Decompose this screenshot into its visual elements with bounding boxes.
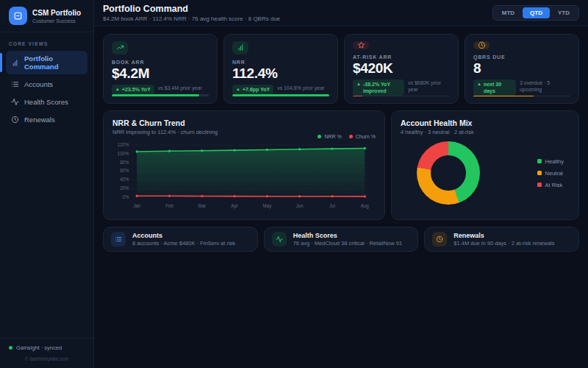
sidebar-item-accounts[interactable]: Accounts <box>6 77 87 92</box>
kpi-card-nrr[interactable]: NRR112.4%▲+7.6pp YoYvs 104.8% prior year <box>223 34 338 104</box>
quick-card-title: Accounts <box>132 232 235 240</box>
kpi-progress-fill <box>232 94 329 96</box>
kpi-trend-badge: ▲-38.2% YoY improved <box>353 79 404 96</box>
caret-up-icon: ▲ <box>236 86 240 92</box>
kpi-label: BOOK ARR <box>112 60 209 65</box>
app-subtitle: Customer Success <box>32 18 81 24</box>
trend-chart-legend: NRR %Churn % <box>318 134 376 139</box>
kpi-progress-fill <box>112 94 199 96</box>
kpi-comparison-note: vs $3.4M prior year <box>158 85 202 91</box>
quick-icon-tile <box>272 232 287 247</box>
kpi-row: BOOK ARR$4.2M▲+23.5% YoYvs $3.4M prior y… <box>103 34 579 104</box>
svg-text:60%: 60% <box>120 168 129 173</box>
donut-legend-item: Neutral <box>537 170 564 177</box>
svg-text:40%: 40% <box>120 177 129 182</box>
kpi-icon-tile <box>112 41 128 54</box>
range-button-mtd[interactable]: MTD <box>495 7 522 18</box>
kpi-progress-track <box>473 96 570 96</box>
svg-text:Jun: Jun <box>296 203 304 208</box>
kpi-badge-row: ▲next 30 days3 overdue · 5 upcoming <box>473 79 570 96</box>
sidebar-spacer <box>0 127 93 338</box>
legend-dot-icon <box>349 135 353 138</box>
page-subtitle: $4.2M book ARR · 112.4% NRR · 76 avg hea… <box>103 15 280 22</box>
kpi-progress-track <box>112 94 209 96</box>
range-button-qtd[interactable]: QTD <box>523 7 550 18</box>
clock-icon <box>478 41 486 49</box>
account-health-mix-panel: Account Health Mix 4 healthy · 3 neutral… <box>391 110 579 220</box>
kpi-card-qbrs-due[interactable]: QBRS DUE8▲next 30 days3 overdue · 5 upco… <box>465 34 579 104</box>
clock-icon <box>11 116 19 124</box>
app-window-icon <box>13 11 23 21</box>
activity-icon <box>276 236 283 243</box>
quick-card-subtitle: 76 avg · MedCloud 38 critical · RetailNo… <box>293 240 402 247</box>
kpi-icon-tile <box>353 41 369 49</box>
svg-text:May: May <box>263 203 272 208</box>
health-donut-hole <box>431 155 466 191</box>
nrr-churn-line-chart: 0%20%40%60%80%100%120%JanFebMarAprMayJun… <box>112 140 376 212</box>
quick-card-title: Renewals <box>453 232 554 240</box>
sidebar-item-label: Health Scores <box>24 98 68 106</box>
quick-card-health-scores[interactable]: Health Scores76 avg · MedCloud 38 critic… <box>264 227 419 252</box>
page-header: Portfolio Command $4.2M book ARR · 112.4… <box>94 0 588 26</box>
kpi-comparison-note: vs $680K prior year <box>408 79 450 93</box>
kpi-value: $4.2M <box>112 66 209 82</box>
quick-card-title: Health Scores <box>293 232 402 240</box>
quick-card-accounts[interactable]: Accounts8 accounts · Acme $480K · FinSer… <box>103 227 258 252</box>
copyright: © dashtemplate.com <box>0 353 93 368</box>
donut-legend-item: Healthy <box>537 158 564 165</box>
health-mix-body: HealthyNeutralAt Risk <box>401 141 570 205</box>
app-title-block: CSM Portfolio Customer Success <box>32 9 81 24</box>
bar-chart-icon <box>11 59 19 67</box>
nrr-churn-trend-panel: NRR & Churn Trend NRR improving to 112.4… <box>103 110 385 220</box>
sidebar-item-renewals[interactable]: Renewals <box>6 112 87 127</box>
sync-status: Gainsight · synced <box>0 338 93 353</box>
legend-swatch-icon <box>537 159 542 163</box>
caret-up-icon: ▲ <box>356 81 361 87</box>
page-title: Portfolio Command <box>103 4 280 14</box>
clock-icon <box>436 236 443 243</box>
quick-links-row: Accounts8 accounts · Acme $480K · FinSer… <box>103 227 579 252</box>
star-alert-icon <box>357 41 365 49</box>
kpi-label: AT-RISK ARR <box>353 54 450 60</box>
kpi-progress-fill <box>353 96 362 96</box>
kpi-trend-badge: ▲next 30 days <box>473 79 516 96</box>
kpi-trend-badge: ▲+7.6pp YoY <box>232 85 273 94</box>
main-area: Portfolio Command $4.2M book ARR · 112.4… <box>94 0 588 368</box>
sync-status-text: Gainsight · synced <box>16 344 62 351</box>
legend-item: NRR % <box>318 134 341 139</box>
health-donut-chart <box>417 141 480 205</box>
sidebar-section-label: CORE VIEWS <box>9 41 85 46</box>
sidebar-item-health-scores[interactable]: Health Scores <box>6 94 87 110</box>
kpi-card-at-risk-arr[interactable]: AT-RISK ARR$420K▲-38.2% YoY improvedvs $… <box>344 34 459 104</box>
quick-card-text: Renewals$1.4M due in 90 days · 2 at-risk… <box>453 232 554 247</box>
kpi-label: QBRS DUE <box>473 54 570 60</box>
sidebar-item-portfolio-command[interactable]: Portfolio Command <box>6 51 87 74</box>
quick-card-subtitle: 8 accounts · Acme $480K · FinServ at ris… <box>132 240 235 247</box>
kpi-progress-track <box>353 96 450 96</box>
range-button-ytd[interactable]: YTD <box>551 7 577 18</box>
charts-row: NRR & Churn Trend NRR improving to 112.4… <box>103 110 579 220</box>
kpi-comparison-note: vs 104.8% prior year <box>277 85 324 91</box>
sidebar-item-label: Renewals <box>24 116 55 124</box>
sidebar-item-label: Accounts <box>24 80 53 88</box>
quick-icon-tile <box>111 232 126 247</box>
caret-up-icon: ▲ <box>115 86 120 92</box>
kpi-value: 112.4% <box>232 66 329 82</box>
sidebar-nav: Portfolio CommandAccountsHealth ScoresRe… <box>0 51 93 127</box>
list-icon <box>115 236 122 243</box>
kpi-card-book-arr[interactable]: BOOK ARR$4.2M▲+23.5% YoYvs $3.4M prior y… <box>103 34 218 104</box>
svg-text:Mar: Mar <box>198 203 207 208</box>
quick-card-renewals[interactable]: Renewals$1.4M due in 90 days · 2 at-risk… <box>424 227 579 252</box>
date-range-switcher: MTDQTDYTD <box>492 5 579 21</box>
kpi-badge-row: ▲+23.5% YoYvs $3.4M prior year <box>112 85 209 94</box>
health-mix-title: Account Health Mix <box>401 118 570 127</box>
svg-text:120%: 120% <box>118 142 129 147</box>
kpi-comparison-note: 3 overdue · 5 upcoming <box>520 79 570 93</box>
kpi-progress-fill <box>473 96 534 96</box>
activity-icon <box>11 98 19 106</box>
svg-text:80%: 80% <box>120 160 129 165</box>
donut-legend-item: At Risk <box>537 182 564 188</box>
sidebar-header: CSM Portfolio Customer Success <box>0 0 93 32</box>
kpi-badge-row: ▲-38.2% YoY improvedvs $680K prior year <box>353 79 450 96</box>
svg-text:Apr: Apr <box>231 203 238 208</box>
